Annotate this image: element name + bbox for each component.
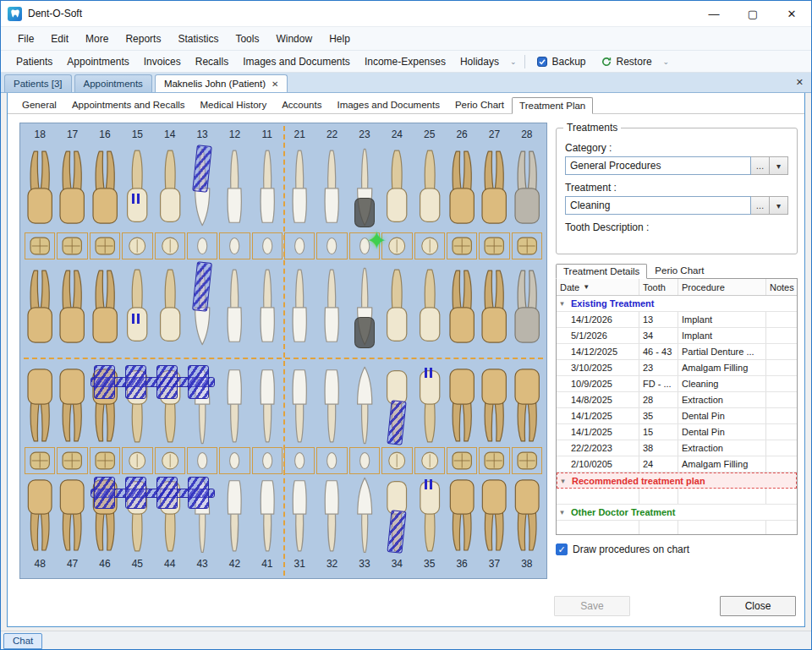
tooth-42[interactable] <box>218 363 250 447</box>
menu-help[interactable]: Help <box>321 30 359 48</box>
tooth-18[interactable] <box>24 259 56 354</box>
tooth-15[interactable] <box>121 143 153 232</box>
treatment-row[interactable]: 22/2/202338Extraction <box>557 440 797 456</box>
tooth-28[interactable] <box>511 259 543 354</box>
occlusal-36[interactable] <box>447 447 477 474</box>
occlusal-34[interactable] <box>381 447 412 474</box>
occlusal-31[interactable] <box>284 447 315 474</box>
tooth-41[interactable] <box>251 474 283 555</box>
occlusal-37[interactable] <box>479 447 509 474</box>
tooth-38[interactable] <box>511 363 543 447</box>
occlusal-11[interactable] <box>252 232 283 259</box>
treatment-row[interactable]: 10/9/2025FD - ...Cleaning <box>557 376 797 392</box>
minimize-button[interactable]: — <box>694 1 733 26</box>
close-button[interactable]: Close <box>720 596 796 616</box>
column-header-date[interactable]: Date▼ <box>557 279 639 295</box>
tabstrip-close-icon[interactable]: ✕ <box>796 77 804 88</box>
occlusal-38[interactable] <box>512 447 542 474</box>
tooth-12[interactable] <box>218 143 250 232</box>
tab-treatment-details[interactable]: Treatment Details <box>556 264 647 279</box>
tooth-28[interactable] <box>511 143 543 232</box>
sort-icon[interactable]: ▼ <box>583 283 590 291</box>
toolbar-invoices[interactable]: Invoices <box>137 53 188 70</box>
tooth-37[interactable] <box>478 363 510 447</box>
group-existing-treatment[interactable]: ▾Existing Treatment <box>557 296 797 312</box>
window-close-button[interactable]: ✕ <box>772 1 811 26</box>
tooth-24[interactable] <box>381 259 413 354</box>
menu-statistics[interactable]: Statistics <box>169 30 227 48</box>
category-value[interactable]: General Procedures <box>565 156 751 175</box>
occlusal-12[interactable] <box>219 232 250 259</box>
occlusal-26[interactable] <box>447 232 477 259</box>
treatment-value[interactable]: Cleaning <box>565 196 751 215</box>
menu-tools[interactable]: Tools <box>227 30 267 48</box>
tooth-12[interactable] <box>218 259 250 354</box>
occlusal-17[interactable] <box>57 232 87 259</box>
tooth-22[interactable] <box>315 259 348 354</box>
occlusal-46[interactable] <box>90 447 120 474</box>
tooth-22[interactable] <box>315 143 348 232</box>
tooth-17[interactable] <box>56 143 88 232</box>
category-browse-button[interactable]: … <box>751 156 770 175</box>
menu-more[interactable]: More <box>77 30 117 48</box>
occlusal-27[interactable] <box>479 232 509 259</box>
tooth-47[interactable] <box>56 474 88 555</box>
treatment-row[interactable]: 14/1/202535Dental Pin <box>557 408 797 424</box>
toolbar-patients[interactable]: Patients <box>9 53 59 70</box>
save-button[interactable]: Save <box>554 596 630 616</box>
tooth-33[interactable] <box>348 474 381 555</box>
occlusal-33[interactable] <box>349 447 380 474</box>
menu-window[interactable]: Window <box>267 30 321 48</box>
tooth-11[interactable] <box>251 143 283 232</box>
occlusal-43[interactable] <box>187 447 217 474</box>
tooth-18[interactable] <box>24 143 56 232</box>
occlusal-35[interactable] <box>414 447 445 474</box>
tooth-17[interactable] <box>56 259 88 354</box>
maximize-button[interactable]: ▢ <box>733 1 772 26</box>
treatment-row[interactable]: 3/10/202523Amalgam Filling <box>557 360 797 376</box>
treatment-dropdown-icon[interactable]: ▾ <box>770 196 788 215</box>
treatment-browse-button[interactable]: … <box>751 196 770 215</box>
toolbar-appointments[interactable]: Appointments <box>60 53 135 70</box>
occlusal-45[interactable] <box>122 447 152 474</box>
tab-general[interactable]: General <box>14 96 64 113</box>
toolbar-income-expenses[interactable]: Income-Expenses <box>358 53 453 70</box>
tab-medical-history[interactable]: Medical History <box>193 96 275 113</box>
toolbar-holidays[interactable]: Holidays <box>453 53 506 70</box>
doc-tab-appointments[interactable]: Appointments <box>74 74 152 92</box>
occlusal-13[interactable] <box>187 232 217 259</box>
tooth-21[interactable] <box>283 259 315 354</box>
tooth-37[interactable] <box>478 474 510 555</box>
occlusal-21[interactable] <box>284 232 315 259</box>
column-header-tooth[interactable]: Tooth <box>639 279 678 295</box>
toolbar-recalls[interactable]: Recalls <box>189 53 235 70</box>
tab-perio-chart[interactable]: Perio Chart <box>447 96 512 113</box>
occlusal-47[interactable] <box>57 447 87 474</box>
treatment-row[interactable]: 5/1/202634Implant <box>557 328 797 344</box>
tooth-27[interactable] <box>478 143 510 232</box>
occlusal-42[interactable] <box>219 447 250 474</box>
tooth-25[interactable] <box>414 259 446 354</box>
occlusal-25[interactable] <box>414 232 445 259</box>
occlusal-48[interactable] <box>25 447 55 474</box>
group-other-doctor-treatment[interactable]: ▾Other Doctor Treatment <box>557 505 797 521</box>
occlusal-14[interactable] <box>155 232 185 259</box>
tooth-27[interactable] <box>478 259 510 354</box>
draw-procedures-checkbox[interactable]: ✓ Draw procedures on chart <box>556 543 798 555</box>
group-recommended-treatment-plan[interactable]: ▾Recommended treatment plan <box>557 472 797 489</box>
tooth-38[interactable] <box>511 474 543 555</box>
menu-file[interactable]: File <box>9 30 42 48</box>
tooth-24[interactable] <box>381 143 413 232</box>
column-header-notes[interactable]: Notes <box>766 279 797 295</box>
tooth-15[interactable] <box>121 259 153 354</box>
treatment-row[interactable]: 14/12/202546 - 43Partial Denture ... <box>557 344 797 360</box>
tooth-31[interactable] <box>283 363 315 447</box>
tooth-47[interactable] <box>56 363 88 447</box>
menu-edit[interactable]: Edit <box>42 30 77 48</box>
category-dropdown-icon[interactable]: ▾ <box>770 156 788 175</box>
checkbox-checked-icon[interactable]: ✓ <box>556 543 568 555</box>
tooth-26[interactable] <box>446 259 478 354</box>
tooth-14[interactable] <box>154 259 186 354</box>
expander-icon[interactable]: ▾ <box>557 505 568 520</box>
tooth-32[interactable] <box>315 474 348 555</box>
